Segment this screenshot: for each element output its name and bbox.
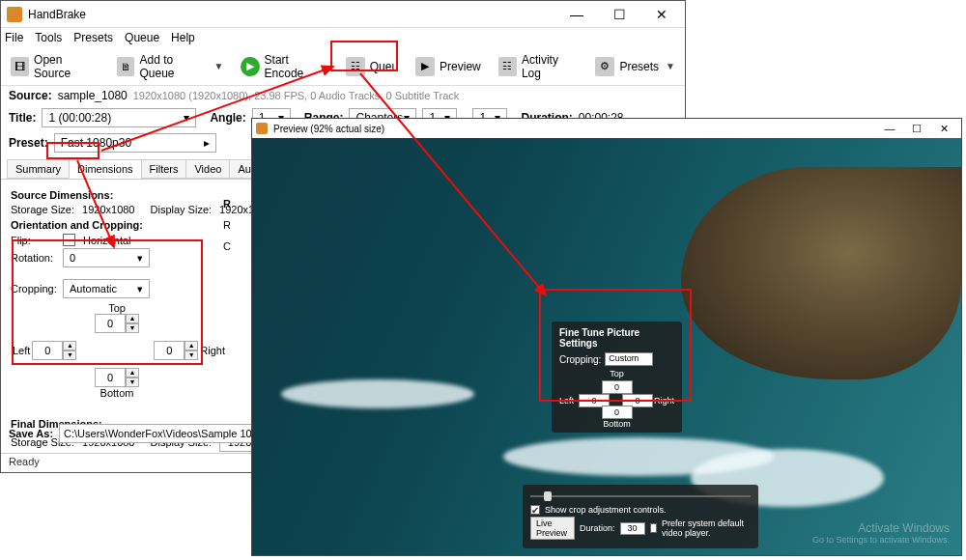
tab-video[interactable]: Video — [185, 159, 230, 179]
presets-icon: ⚙ — [595, 57, 614, 76]
flip-h-checkbox[interactable] — [63, 234, 75, 246]
preview-minimize-button[interactable]: — — [876, 119, 903, 138]
menu-bar: File Tools Presets Queue Help — [1, 28, 685, 47]
ft-bottom-input[interactable] — [602, 406, 633, 419]
window-title: HandBrake — [28, 8, 559, 21]
crop-left-input[interactable]: ▲▼ — [32, 341, 76, 360]
prefer-player-checkbox[interactable] — [650, 523, 657, 533]
preset-select[interactable]: Fast 1080p30▸ — [54, 133, 216, 153]
activity-log-button[interactable]: ☷Activity Log — [495, 51, 582, 82]
menu-file[interactable]: File — [5, 31, 23, 44]
preview-icon: ▶ — [415, 57, 435, 76]
title-select[interactable]: 1 (00:00:28)▾ — [42, 108, 196, 127]
tab-summary[interactable]: Summary — [7, 159, 70, 179]
crop-right-input[interactable]: ▲▼ — [154, 341, 198, 360]
preview-title: Preview (92% actual size) — [273, 124, 876, 134]
preview-titlebar: Preview (92% actual size) — ☐ ✕ — [252, 119, 961, 138]
chevron-down-icon: ▼ — [214, 61, 224, 71]
preview-bottom-panel: ✔ Show crop adjustment controls. Live Pr… — [523, 485, 758, 548]
minimize-button[interactable]: — — [559, 5, 594, 24]
ft-top-input[interactable] — [602, 380, 633, 394]
windows-watermark: Activate Windows Go to Settings to activ… — [812, 521, 950, 546]
play-icon: ▶ — [241, 57, 259, 76]
tab-dimensions[interactable]: Dimensions — [69, 159, 141, 179]
rotation-select[interactable]: 0▾ — [63, 248, 150, 267]
ft-cropping-select[interactable]: Custom — [605, 352, 653, 366]
menu-queue[interactable]: Queue — [125, 31, 159, 44]
maximize-button[interactable]: ☐ — [602, 5, 637, 24]
toolbar: 🎞Open Source 🗎Add to Queue▼ ▶Start Encod… — [1, 47, 685, 86]
source-name: sample_1080 — [58, 89, 128, 102]
menu-help[interactable]: Help — [171, 31, 195, 44]
menu-tools[interactable]: Tools — [35, 31, 62, 44]
crop-bottom-input[interactable]: ▲▼ — [95, 368, 139, 387]
show-crop-checkbox[interactable]: ✔ — [530, 505, 540, 515]
close-button[interactable]: ✕ — [644, 5, 679, 24]
preview-close-button[interactable]: ✕ — [930, 119, 957, 138]
handbrake-icon — [256, 123, 268, 134]
preview-image: Fine Tune Picture Settings Cropping: Cus… — [252, 138, 961, 555]
angle-label: Angle: — [210, 111, 245, 125]
preview-window: Preview (92% actual size) — ☐ ✕ Fine Tun… — [251, 118, 962, 556]
cropping-mode-select[interactable]: Automatic▾ — [63, 279, 150, 298]
start-encode-button[interactable]: ▶Start Encode — [237, 51, 331, 82]
preview-button[interactable]: ▶Preview — [412, 55, 485, 78]
activity-icon: ☷ — [498, 57, 517, 76]
film-icon: 🎞 — [11, 57, 29, 76]
preview-slider[interactable] — [530, 495, 751, 497]
title-label: Title: — [9, 111, 36, 125]
source-meta: 1920x1080 (1920x1080), 23.98 FPS, 0 Audi… — [133, 90, 460, 101]
preset-label: Preset: — [9, 136, 48, 150]
presets-button[interactable]: ⚙Presets▼ — [591, 55, 679, 78]
tab-filters[interactable]: Filters — [141, 159, 187, 179]
add-queue-icon: 🗎 — [117, 57, 135, 76]
queue-button[interactable]: ☷Queu — [342, 55, 402, 78]
pv-duration-input[interactable] — [620, 522, 645, 535]
fine-tune-panel: Fine Tune Picture Settings Cropping: Cus… — [552, 322, 682, 433]
source-label: Source: — [9, 89, 52, 102]
preview-maximize-button[interactable]: ☐ — [903, 119, 930, 138]
add-to-queue-button[interactable]: 🗎Add to Queue▼ — [113, 51, 228, 82]
title-bar: HandBrake — ☐ ✕ — [1, 1, 685, 28]
crop-grid: Top ▲▼ Left ▲▼ ▲▼ Right ▲▼ Bottom — [30, 302, 204, 399]
queue-icon: ☷ — [346, 57, 365, 76]
live-preview-button[interactable]: Live Preview — [530, 517, 575, 540]
crop-top-input[interactable]: ▲▼ — [95, 314, 139, 333]
rock-shape — [681, 167, 961, 379]
handbrake-icon — [7, 7, 22, 22]
open-source-button[interactable]: 🎞Open Source — [7, 51, 103, 82]
chevron-down-icon: ▼ — [666, 61, 675, 71]
menu-presets[interactable]: Presets — [73, 31, 113, 44]
